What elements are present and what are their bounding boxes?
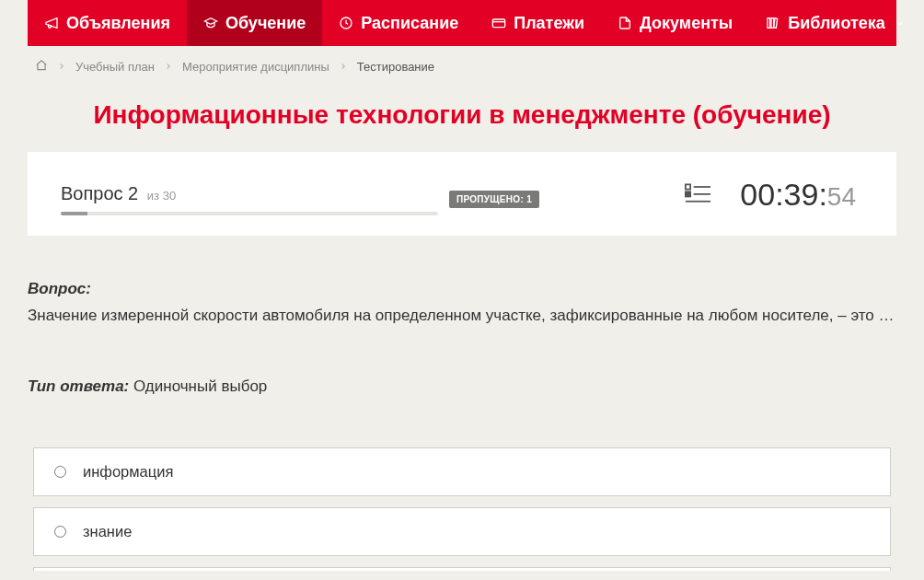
question-list-icon[interactable] (685, 182, 710, 208)
breadcrumb-current: Тестирование (357, 60, 434, 74)
page-title: Информационные технологии в менеджменте … (0, 84, 924, 152)
answers-list: информация знание (0, 414, 924, 580)
question-label: Вопрос: (28, 280, 896, 298)
breadcrumb: Учебный план Мероприятие дисциплины Тест… (0, 46, 924, 84)
chevron-right-icon (57, 60, 66, 74)
question-counter: Вопрос 2 из 30 (61, 183, 438, 204)
nav-item-announcements[interactable]: Объявления (28, 0, 187, 46)
home-icon[interactable] (35, 59, 48, 75)
svg-rect-6 (686, 191, 690, 196)
nav-item-schedule[interactable]: Расписание (322, 0, 475, 46)
answer-type: Тип ответа: Одиночный выбор (28, 377, 896, 396)
progress-bar (61, 212, 438, 215)
clock-icon (339, 16, 353, 30)
top-nav: Объявления Обучение Расписание Платежи Д… (28, 0, 896, 46)
question-status-panel: Вопрос 2 из 30 ПРОПУЩЕНО: 1 (28, 152, 896, 236)
breadcrumb-link[interactable]: Учебный план (75, 60, 155, 74)
nav-label: Обучение (225, 14, 306, 33)
svg-rect-1 (493, 19, 505, 28)
document-icon (618, 16, 632, 30)
chevron-right-icon (339, 60, 348, 74)
breadcrumb-link[interactable]: Мероприятие дисциплины (182, 60, 329, 74)
answer-radio[interactable] (54, 526, 66, 538)
answer-radio[interactable] (54, 466, 66, 478)
nav-item-education[interactable]: Обучение (187, 0, 322, 46)
question-text: Значение измеренной скорости автомобиля … (28, 304, 896, 328)
nav-label: Расписание (361, 14, 458, 33)
graduation-icon (203, 16, 218, 30)
nav-item-library[interactable]: Библиотека (749, 0, 921, 46)
nav-label: Документы (640, 14, 733, 33)
skipped-badge: ПРОПУЩЕНО: 1 (449, 191, 539, 208)
nav-label: Объявления (66, 14, 170, 33)
svg-rect-4 (686, 184, 690, 189)
chevron-down-icon (893, 14, 905, 33)
svg-rect-2 (768, 18, 770, 29)
answer-label: информация (83, 463, 173, 481)
nav-label: Платежи (514, 14, 584, 33)
nav-item-payments[interactable]: Платежи (475, 0, 601, 46)
answer-label: знание (83, 523, 132, 540)
progress-fill (61, 212, 87, 215)
card-icon (491, 16, 506, 30)
library-icon (766, 16, 780, 30)
chevron-right-icon (164, 60, 173, 74)
nav-label: Библиотека (788, 14, 885, 33)
nav-item-documents[interactable]: Документы (601, 0, 749, 46)
answer-option-partial (33, 567, 891, 571)
megaphone-icon (44, 16, 59, 30)
question-body: Вопрос: Значение измеренной скорости авт… (0, 236, 924, 414)
answer-option[interactable]: знание (33, 507, 891, 556)
answer-option[interactable]: информация (33, 447, 891, 496)
countdown-timer: 00:39:54 (740, 177, 863, 213)
